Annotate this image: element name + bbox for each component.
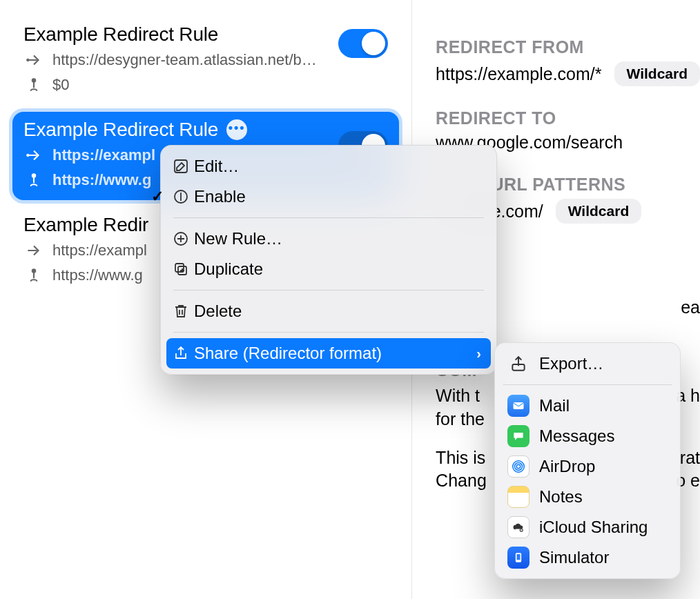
- enable-icon: [172, 188, 190, 206]
- redirect-from-icon: [23, 240, 44, 261]
- export-icon: [507, 353, 529, 375]
- svg-point-1: [32, 79, 35, 81]
- share-messages[interactable]: Messages: [500, 421, 674, 451]
- rule-title: Example Redirect Rule: [23, 23, 218, 46]
- svg-point-4: [32, 269, 35, 272]
- share-label: iCloud Sharing: [539, 518, 648, 537]
- redirect-from-label: REDIRECT FROM: [436, 37, 700, 57]
- svg-rect-11: [514, 402, 524, 409]
- share-icloud[interactable]: iCloud Sharing: [500, 512, 674, 542]
- menu-separator: [503, 384, 672, 385]
- rule-to-url: https://www.g: [52, 266, 143, 284]
- icloud-app-icon: [507, 516, 529, 538]
- rule-item[interactable]: Example Redirect Rule https://desygner-t…: [12, 17, 399, 105]
- redirect-to-icon: [23, 170, 44, 190]
- edit-icon: [172, 157, 190, 175]
- svg-point-0: [27, 59, 28, 61]
- menu-enable[interactable]: ✓ Enable: [166, 181, 491, 212]
- redirect-to-label: REDIRECT TO: [436, 108, 700, 128]
- rule-to-url: https://www.g: [52, 171, 151, 189]
- menu-label: Share (Redirector format): [194, 344, 382, 363]
- mail-app-icon: [507, 395, 529, 417]
- context-menu: Edit… ✓ Enable New Rule… Duplicate Delet…: [160, 145, 497, 375]
- menu-edit[interactable]: Edit…: [166, 151, 491, 181]
- airdrop-app-icon: [507, 455, 529, 478]
- share-label: Messages: [539, 426, 614, 446]
- share-submenu: Export… Mail Messages AirDrop Notes iClo…: [494, 342, 681, 579]
- menu-label: Edit…: [194, 157, 239, 176]
- simulator-app-icon: [507, 547, 529, 569]
- rule-title: Example Redirect Rule: [23, 119, 218, 141]
- share-export[interactable]: Export…: [500, 348, 674, 379]
- share-label: Export…: [539, 354, 603, 373]
- wildcard-badge: Wildcard: [556, 199, 642, 224]
- redirect-to-icon: [23, 75, 44, 95]
- menu-separator: [173, 332, 484, 333]
- svg-point-3: [32, 174, 35, 177]
- chevron-right-icon: ›: [476, 346, 481, 362]
- notes-app-icon: [507, 486, 529, 508]
- plus-circle-icon: [172, 230, 190, 248]
- menu-label: New Rule…: [194, 229, 282, 248]
- redirect-to-icon: [23, 265, 44, 286]
- menu-label: Duplicate: [194, 259, 263, 279]
- svg-rect-17: [517, 554, 521, 560]
- share-simulator[interactable]: Simulator: [500, 542, 674, 573]
- menu-separator: [173, 290, 484, 291]
- menu-share[interactable]: Share (Redirector format) ›: [166, 338, 491, 369]
- svg-point-12: [516, 464, 521, 469]
- redirect-from-value: https://example.com/*: [436, 64, 601, 84]
- menu-label: Enable: [194, 187, 246, 206]
- rule-enabled-toggle[interactable]: [338, 29, 388, 58]
- menu-separator: [173, 217, 484, 218]
- menu-delete[interactable]: Delete: [166, 296, 491, 326]
- duplicate-icon: [172, 260, 190, 278]
- share-airdrop[interactable]: AirDrop: [500, 451, 674, 482]
- more-button[interactable]: •••: [226, 119, 247, 140]
- rule-from-url: https://exampl: [52, 242, 147, 259]
- share-icon: [172, 344, 190, 362]
- share-label: Notes: [539, 487, 583, 507]
- messages-app-icon: [507, 425, 529, 447]
- redirect-from-icon: [23, 145, 44, 166]
- checkmark-icon: ✓: [151, 188, 164, 206]
- share-mail[interactable]: Mail: [500, 391, 674, 421]
- share-label: Mail: [539, 396, 570, 415]
- svg-point-13: [515, 463, 523, 471]
- menu-duplicate[interactable]: Duplicate: [166, 254, 491, 284]
- wildcard-badge: Wildcard: [614, 61, 701, 86]
- menu-label: Delete: [194, 302, 242, 321]
- rule-to-url: $0: [52, 76, 69, 94]
- rule-from-url: https://exampl: [52, 146, 155, 164]
- rule-title: Example Redir: [23, 214, 148, 236]
- examples-text: ea: [681, 297, 700, 317]
- menu-new-rule[interactable]: New Rule…: [166, 224, 491, 254]
- share-notes[interactable]: Notes: [500, 482, 674, 512]
- share-label: AirDrop: [539, 457, 595, 476]
- redirect-from-icon: [23, 50, 44, 70]
- rule-from-url: https://desygner-team.atlassian.net/b…: [52, 51, 317, 69]
- share-label: Simulator: [539, 548, 609, 567]
- svg-point-2: [27, 155, 28, 156]
- trash-icon: [172, 302, 190, 320]
